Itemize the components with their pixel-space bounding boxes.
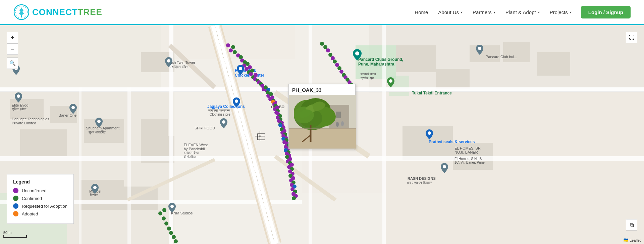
tree-dot[interactable] — [162, 208, 166, 212]
legend-dot-requested — [13, 203, 18, 209]
map-pin-debugee — [15, 92, 22, 103]
brand: CONNECTTREE — [13, 4, 102, 20]
leaflet-link[interactable]: Leaflet — [630, 238, 641, 242]
legend-item-requested: Requested for Adoption — [13, 203, 67, 209]
svg-point-56 — [428, 131, 431, 135]
legend-label-unconfirmed: Unconfirmed — [22, 188, 47, 193]
tree-dot[interactable] — [226, 43, 230, 47]
svg-rect-17 — [436, 69, 470, 89]
map-pin-shubham — [95, 118, 103, 128]
svg-point-57 — [443, 165, 446, 168]
svg-rect-16 — [396, 45, 436, 72]
map-pin-prathvi — [426, 129, 433, 139]
legend-label-requested: Requested for Adoption — [22, 204, 67, 209]
legend-label-adopted: Adopted — [22, 211, 38, 216]
zoom-out-button[interactable]: − — [7, 43, 18, 55]
svg-rect-36 — [127, 87, 131, 244]
login-signup-button[interactable]: Login / Signup — [581, 6, 631, 18]
svg-rect-4 — [0, 25, 161, 92]
tree-dot[interactable] — [233, 50, 237, 54]
tree-dot[interactable] — [174, 239, 178, 243]
svg-point-74 — [336, 122, 339, 127]
tree-dot[interactable] — [231, 45, 235, 49]
svg-rect-65 — [336, 112, 341, 118]
search-icon: 🔍 — [9, 60, 16, 66]
legend-item-confirmed: Confirmed — [13, 196, 67, 201]
tree-popup-image — [289, 95, 356, 149]
tree-dot[interactable] — [250, 69, 254, 73]
legend-dot-confirmed — [13, 196, 18, 201]
legend-item-unconfirmed: Unconfirmed — [13, 188, 67, 193]
map-controls: + − 🔍 — [7, 32, 18, 69]
map-container[interactable]: + − 🔍 ⛶ ⧉ Yash Twin Tower यश ट्विन टॉवर … — [0, 25, 644, 244]
zoom-in-button[interactable]: + — [7, 32, 18, 43]
tree-dot[interactable] — [169, 231, 173, 235]
navbar: CONNECTTREE Home About Us ▾ Partners ▾ P… — [0, 0, 644, 25]
brand-name: CONNECTTREE — [32, 7, 102, 17]
nav-plant[interactable]: Plant & Adopt ▾ — [505, 9, 540, 15]
partners-caret-icon: ▾ — [494, 10, 495, 14]
map-pin-jagjaya — [233, 97, 240, 108]
about-caret-icon: ▾ — [461, 10, 463, 14]
map-pin-mirabel — [91, 184, 99, 194]
svg-rect-37 — [79, 87, 82, 244]
nav-projects[interactable]: Projects ▾ — [550, 9, 572, 15]
svg-rect-18 — [470, 45, 500, 62]
fullscreen-button[interactable]: ⛶ — [626, 32, 637, 43]
svg-point-50 — [389, 79, 392, 83]
tree-dot[interactable] — [320, 42, 324, 46]
map-pin-baner-one — [69, 104, 77, 114]
scale-line — [3, 235, 27, 238]
tree-dot[interactable] — [167, 227, 171, 231]
tree-popup: PH_OAK_33 — [288, 84, 356, 149]
map-pin-tukai — [387, 77, 394, 87]
tree-dot[interactable] — [164, 221, 168, 226]
svg-point-51 — [222, 120, 225, 124]
tree-dot[interactable] — [326, 48, 330, 52]
svg-rect-23 — [80, 180, 124, 210]
legend-item-adopted: Adopted — [13, 211, 67, 216]
legend-dot-adopted — [13, 211, 18, 216]
map-pin-rasn — [441, 163, 448, 173]
tree-dot[interactable] — [158, 211, 162, 215]
plant-caret-icon: ▾ — [538, 10, 540, 14]
svg-rect-13 — [20, 129, 67, 156]
fullscreen-icon: ⛶ — [629, 35, 634, 40]
nav-menu: Home About Us ▾ Partners ▾ Plant & Adopt… — [415, 9, 572, 15]
svg-point-48 — [239, 67, 242, 70]
svg-rect-31 — [0, 156, 644, 161]
svg-point-59 — [97, 120, 101, 123]
map-legend: Legend Unconfirmed Confirmed Requested f… — [7, 174, 74, 224]
map-pin-pancard — [353, 49, 362, 60]
layers-button[interactable]: ⧉ — [626, 219, 637, 231]
tree-image-svg — [289, 95, 356, 149]
map-pin-romirul — [237, 65, 244, 75]
tree-dot[interactable] — [229, 48, 233, 52]
tree-dot[interactable] — [162, 216, 166, 220]
ukraine-flag-icon: 🇺🇦 — [624, 238, 628, 242]
svg-point-52 — [235, 99, 238, 103]
svg-rect-26 — [356, 45, 396, 79]
nav-partners[interactable]: Partners ▾ — [473, 9, 495, 15]
tree-dot[interactable] — [292, 196, 296, 200]
scale-bar: 50 m — [3, 231, 27, 238]
svg-point-49 — [355, 51, 359, 55]
map-pin-shri-food — [220, 118, 227, 128]
nav-about[interactable]: About Us ▾ — [438, 9, 463, 15]
svg-point-47 — [167, 59, 170, 63]
svg-point-75 — [341, 121, 344, 126]
map-pin-knm — [168, 203, 176, 213]
tree-popup-title: PH_OAK_33 — [289, 84, 355, 95]
map-search-button[interactable]: 🔍 — [7, 57, 18, 69]
projects-caret-icon: ▾ — [570, 10, 572, 14]
tree-dot[interactable] — [172, 235, 176, 239]
nav-home[interactable]: Home — [415, 9, 428, 15]
brand-logo-icon — [13, 4, 30, 20]
tree-dot[interactable] — [254, 73, 258, 77]
scale-label: 50 m — [3, 231, 11, 235]
svg-rect-62 — [289, 128, 356, 149]
svg-rect-12 — [84, 119, 124, 143]
svg-rect-35 — [382, 25, 386, 244]
svg-point-46 — [17, 94, 20, 98]
svg-point-54 — [93, 186, 97, 189]
